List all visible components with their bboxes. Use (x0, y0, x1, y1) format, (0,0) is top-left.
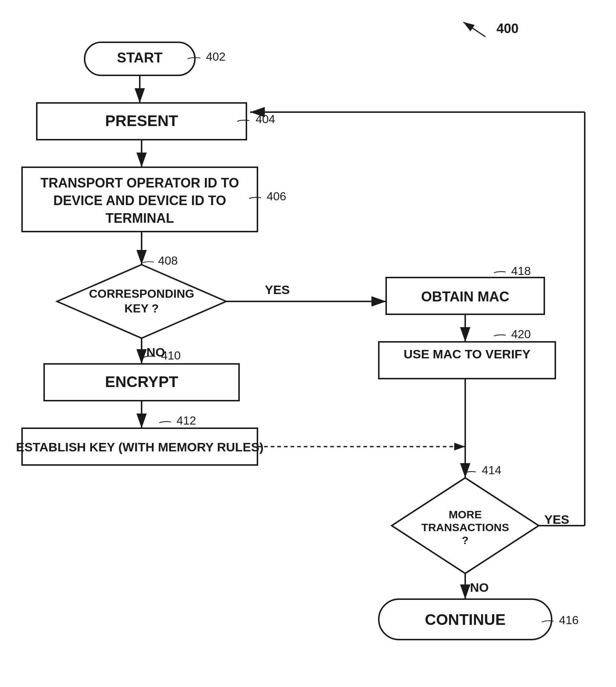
transport-id: 406 (267, 190, 286, 203)
encrypt-id: 410 (161, 349, 181, 362)
key-id: 408 (158, 254, 178, 267)
continue-label: CONTINUE (425, 611, 505, 628)
more-tx-label-3: ? (462, 534, 469, 546)
yes-label-tx: YES (544, 512, 569, 526)
establish-key-id: 412 (177, 414, 196, 427)
transport-label-3: TERMINAL (106, 211, 174, 226)
key-label-2: KEY ? (124, 302, 159, 315)
use-mac-id: 420 (511, 328, 531, 341)
corresponding-key-node (57, 265, 226, 338)
start-label: START (117, 50, 163, 65)
key-label-1: CORRESPONDING (89, 287, 194, 300)
start-id: 402 (206, 50, 225, 63)
transport-label-1: TRANSPORT OPERATOR ID TO (40, 175, 239, 190)
obtain-mac-id: 418 (511, 264, 531, 278)
use-mac-label-1: USE MAC TO VERIFY (403, 347, 530, 361)
more-tx-id: 414 (482, 464, 501, 477)
present-label: PRESENT (105, 112, 178, 129)
flowchart-diagram: 400 START 402 PRESENT 404 (0, 0, 616, 687)
present-id: 404 (256, 112, 275, 126)
yes-label-key: YES (265, 283, 290, 297)
more-tx-label-2: TRANSACTIONS (421, 521, 509, 533)
figure-number: 400 (496, 21, 519, 36)
more-tx-label-1: MORE (449, 508, 482, 520)
establish-key-label: ESTABLISH KEY (WITH MEMORY RULES) (16, 440, 263, 454)
no-label-tx: NO (470, 580, 489, 594)
transport-label-2: DEVICE AND DEVICE ID TO (53, 193, 226, 208)
encrypt-label: ENCRYPT (105, 373, 178, 390)
obtain-mac-label: OBTAIN MAC (421, 289, 509, 304)
continue-id: 416 (559, 613, 578, 627)
